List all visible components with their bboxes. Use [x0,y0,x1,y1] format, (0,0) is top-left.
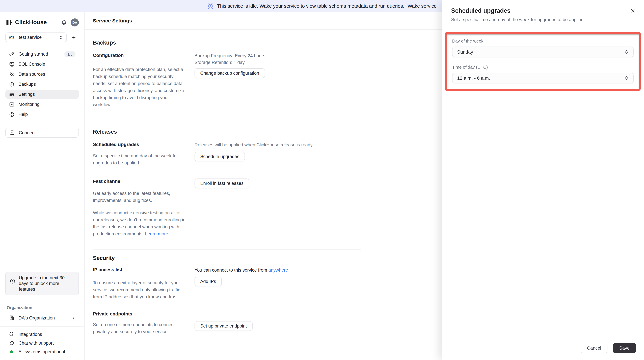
connect-icon [9,130,15,135]
system-status-label: All systems operational [18,349,76,354]
clickhouse-logo-icon [5,19,12,26]
ip-access-list-heading: IP access list [93,267,187,272]
monitor-icon [9,61,14,67]
scheduled-upgrades-panel: Scheduled upgrades Set a specific time a… [442,0,644,360]
sidebar-item-settings[interactable]: Settings [5,90,79,99]
security-heading: Security [93,255,360,261]
sidebar-item-label: Data sources [18,72,76,77]
anywhere-link[interactable]: anywhere [268,268,288,273]
settings-content: Backups Configuration For an effective d… [93,29,360,335]
organization-row[interactable]: DA's Organization [5,314,79,322]
panel-subtitle: Set a specific time and day of the week … [451,17,635,22]
avatar[interactable]: DA [71,18,79,26]
upgrade-notice[interactable]: Upgrade in the next 30 days to unlock mo… [5,272,79,295]
sidebar-item-label: Monitoring [18,102,76,107]
save-button[interactable]: Save [613,343,636,353]
logo-row: ClickHouse DA [5,16,79,28]
chevron-updown-icon [59,35,63,40]
time-of-day-label: Time of day (UTC) [452,65,634,70]
clickhouse-app: This service is idle. Wake your service … [0,0,644,360]
scheduled-upgrades-heading: Scheduled upgrades [93,142,187,147]
sidebar-divider [0,326,84,327]
close-icon[interactable] [630,8,635,13]
clock-icon [10,278,16,292]
status-dot [9,350,14,353]
sidebar-item-data-sources[interactable]: Data sources [5,70,79,79]
fast-channel-paragraph2: While we conduct extensive testing on al… [93,209,187,237]
learn-more-link[interactable]: Learn more [145,231,168,236]
panel-footer: Cancel Save [442,334,644,360]
idle-banner-text: This service is idle. Wake your service … [217,3,404,8]
chat-icon [9,340,14,346]
connect-button[interactable]: Connect [5,128,79,138]
chevron-updown-icon [625,76,628,80]
releases-note: Releases will be applied when ClickHouse… [194,142,360,148]
private-endpoints-heading: Private endpoints [93,311,187,317]
getting-started-progress-badge: 1/5 [64,51,76,57]
sidebar-item-backups[interactable]: Backups [5,80,79,89]
footer-item-label: Integrations [18,332,76,337]
wake-service-link[interactable]: Wake service [408,3,436,8]
day-of-week-value: Sunday [457,49,625,55]
time-of-day-select[interactable]: 12 a.m. - 6 a.m. [452,73,634,83]
orbit-icon [9,71,14,77]
sliders-icon [9,92,14,97]
section-divider [93,32,360,32]
storage-retention-text: Storage Retention: 1 day [194,59,360,66]
sidebar: ClickHouse DA aws test service [0,12,84,360]
configuration-heading: Configuration [93,53,187,58]
upgrade-notice-text: Upgrade in the next 30 days to unlock mo… [19,275,74,292]
day-of-week-label: Day of the week [452,38,634,43]
sidebar-item-label: Settings [18,92,76,97]
configuration-description: For an effective data protection plan, s… [93,66,187,108]
chevron-right-icon [72,316,76,320]
sidebar-item-label: Getting started [18,52,64,57]
sidebar-item-label: Help [18,112,76,117]
add-ips-button[interactable]: Add IPs [194,276,222,286]
day-of-week-select[interactable]: Sunday [452,46,634,57]
releases-heading: Releases [93,129,360,135]
setup-private-endpoint-button[interactable]: Set up private endpoint [194,321,252,331]
organization-name: DA's Organization [18,315,72,320]
chart-icon [9,102,14,107]
sidebar-item-chat-support[interactable]: Chat with support [5,339,79,347]
system-status-row[interactable]: All systems operational [5,347,79,356]
cancel-button[interactable]: Cancel [580,343,608,353]
section-divider [93,249,360,250]
help-circle-icon [9,112,14,117]
time-of-day-value: 12 a.m. - 6 a.m. [457,75,625,81]
rocket-icon [9,51,14,57]
change-backup-configuration-button[interactable]: Change backup configuration [194,68,265,78]
sidebar-item-label: Backups [18,82,76,87]
organization-section-label: Organization [7,305,78,310]
annotation-highlight: Day of the week Sunday Time of day (UTC)… [445,32,641,91]
sidebar-item-integrations[interactable]: Integrations [5,330,79,339]
private-endpoints-description: Set up one or more endpoints to connect … [93,321,187,335]
sidebar-item-sql-console[interactable]: SQL Console [5,60,79,69]
sidebar-item-help[interactable]: Help [5,110,79,119]
service-selector-row: aws test service + [5,32,79,42]
backups-heading: Backups [93,39,360,46]
chevron-updown-icon [625,50,628,54]
sidebar-item-monitoring[interactable]: Monitoring [5,100,79,109]
notifications-bell-icon[interactable] [61,19,67,25]
history-icon [9,82,14,87]
service-selector[interactable]: aws test service [5,32,67,42]
ip-access-description: To ensure an extra layer of security for… [93,279,187,300]
panel-title: Scheduled upgrades [451,7,630,14]
alarm-clock-icon [208,3,214,9]
fast-channel-paragraph1: Get early access to the latest features,… [93,190,187,204]
app-title: ClickHouse [15,19,61,26]
sidebar-item-getting-started[interactable]: Getting started 1/5 [5,50,79,59]
section-divider [93,121,360,121]
sidebar-item-label: SQL Console [18,62,76,67]
add-service-button[interactable]: + [69,32,79,42]
ip-access-note: You can connect to this service from any… [194,267,360,273]
schedule-upgrades-button[interactable]: Schedule upgrades [194,152,245,161]
backup-frequency-text: Backup Frequency: Every 24 hours [194,53,360,59]
enroll-fast-releases-button[interactable]: Enroll in fast releases [194,179,249,188]
svg-text:aws: aws [9,35,14,38]
building-icon [9,315,14,321]
fast-channel-heading: Fast channel [93,179,187,184]
sidebar-nav: Getting started 1/5 SQL Console Data sou… [5,50,79,119]
